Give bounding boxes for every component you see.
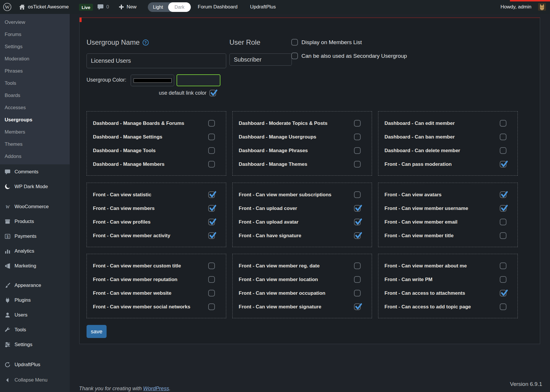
permission-checkbox[interactable]	[208, 290, 215, 296]
home-icon	[19, 3, 26, 10]
permission-checkbox[interactable]	[354, 262, 361, 269]
permission-label: Dashboard - Can ban member	[384, 134, 455, 140]
permission-checkbox[interactable]	[208, 191, 215, 198]
permission-checkbox[interactable]	[208, 232, 215, 239]
sidebar-item-forums[interactable]: Forums	[0, 28, 70, 41]
sidebar-item-tools[interactable]: Tools	[0, 77, 70, 89]
sidebar-item-label: WP Dark Mode	[15, 184, 48, 190]
light-dark-toggle[interactable]: Light Dark	[148, 2, 191, 12]
usergroup-name-input[interactable]	[87, 53, 226, 68]
sidebar-item-woocommerce[interactable]: W WooCommerce	[0, 199, 70, 214]
permission-checkbox[interactable]	[500, 262, 506, 269]
site-name-link[interactable]: osTicket Awesome	[19, 0, 69, 14]
permission-checkbox[interactable]	[354, 303, 361, 310]
sidebar-item-plugins[interactable]: Plugins	[0, 293, 70, 308]
permission-checkbox[interactable]	[500, 290, 506, 296]
permission-checkbox[interactable]	[354, 120, 361, 127]
usergroup-color-picker-input[interactable]	[177, 74, 220, 86]
permission-checkbox[interactable]	[354, 147, 361, 154]
permission-checkbox[interactable]	[500, 134, 506, 140]
permission-checkbox[interactable]	[208, 303, 215, 310]
permission-row: Front - Can pass moderation	[384, 157, 506, 171]
admin-comments-button[interactable]: 0	[97, 0, 109, 14]
permission-checkbox[interactable]	[208, 147, 215, 154]
sidebar-item-appearance[interactable]: Appearance	[0, 278, 70, 293]
use-default-link-color-checkbox[interactable]	[209, 90, 216, 96]
permission-checkbox[interactable]	[208, 161, 215, 168]
sidebar-item-settings[interactable]: Settings	[0, 41, 70, 53]
sidebar-item-payments[interactable]: $ Payments	[0, 229, 70, 244]
permission-checkbox[interactable]	[354, 219, 361, 225]
sidebar-item-usergroups[interactable]: Usergroups	[0, 114, 70, 126]
permission-checkbox[interactable]	[500, 120, 506, 127]
permission-checkbox[interactable]	[208, 276, 215, 283]
permission-checkbox[interactable]	[208, 219, 215, 225]
user-role-input[interactable]	[229, 53, 292, 66]
permission-checkbox[interactable]	[500, 303, 506, 310]
toggle-light-label[interactable]: Light	[148, 2, 168, 12]
use-default-link-color-label: use default link color	[159, 90, 206, 96]
howdy-account-link[interactable]: Howdy, admin	[501, 0, 531, 14]
svg-text:W: W	[5, 4, 10, 10]
permission-checkbox[interactable]	[500, 276, 506, 283]
sidebar-item-tools[interactable]: Tools	[0, 322, 70, 337]
sidebar-item-collapse-menu[interactable]: Collapse Menu	[0, 373, 70, 387]
permission-checkbox[interactable]	[500, 205, 506, 212]
permission-checkbox[interactable]	[354, 232, 361, 239]
permission-checkbox[interactable]	[500, 191, 506, 198]
sidebar-item-comments[interactable]: Comments	[0, 164, 70, 179]
marketing-icon	[4, 262, 11, 269]
sidebar-item-moderation[interactable]: Moderation	[0, 53, 70, 65]
sidebar-item-addons[interactable]: Addons	[0, 150, 70, 163]
user-avatar[interactable]	[538, 3, 546, 11]
payments-icon: $	[4, 233, 11, 240]
toggle-dark-label[interactable]: Dark	[168, 2, 191, 12]
sidebar-item-analytics[interactable]: Analytics	[0, 244, 70, 258]
permission-row: Front - Can view member reg. date	[239, 259, 361, 273]
permission-checkbox[interactable]	[208, 205, 215, 212]
content-area: Usergroup Name? User Role Display on Mem…	[70, 14, 550, 392]
sidebar-item-wp-dark-mode[interactable]: WP Dark Mode	[0, 179, 70, 194]
permission-checkbox[interactable]	[354, 276, 361, 283]
permission-checkbox[interactable]	[208, 120, 215, 127]
sidebar-item-overview[interactable]: Overview	[0, 16, 70, 28]
new-button[interactable]: New	[118, 0, 136, 14]
wordpress-link[interactable]: WordPress	[143, 386, 169, 391]
secondary-usergroup-checkbox[interactable]	[291, 53, 298, 59]
permission-checkbox[interactable]	[208, 134, 215, 140]
sidebar-item-updraftplus[interactable]: UpdraftPlus	[0, 357, 70, 372]
sidebar-item-members[interactable]: Members	[0, 126, 70, 138]
forum-dashboard-link[interactable]: Forum Dashboard	[198, 0, 238, 14]
usergroup-color-label: Usergroup Color:	[87, 77, 126, 83]
sidebar-item-accesses[interactable]: Accesses	[0, 102, 70, 114]
permission-checkbox[interactable]	[354, 205, 361, 212]
permission-checkbox[interactable]	[354, 290, 361, 296]
permission-label: Dashboard - Manage Members	[93, 161, 165, 167]
display-on-members-checkbox[interactable]	[291, 39, 298, 46]
sidebar-item-settings[interactable]: Settings	[0, 337, 70, 352]
sidebar-item-products[interactable]: Products	[0, 214, 70, 229]
updraftplus-link[interactable]: UpdraftPlus	[250, 0, 276, 14]
wordpress-logo-icon[interactable]: W	[3, 0, 12, 14]
sidebar-item-boards[interactable]: Boards	[0, 89, 70, 102]
permission-checkbox[interactable]	[500, 219, 506, 225]
permission-checkbox[interactable]	[500, 161, 506, 168]
permission-checkbox[interactable]	[500, 232, 506, 239]
permission-checkbox[interactable]	[354, 191, 361, 198]
sidebar-item-users[interactable]: Users	[0, 308, 70, 322]
permission-checkbox[interactable]	[500, 147, 506, 154]
help-icon[interactable]: ?	[143, 39, 149, 46]
permission-checkbox[interactable]	[354, 134, 361, 140]
permission-row: Dashboard - Can edit member	[384, 116, 506, 130]
permission-row: Front - Can view statistic	[93, 188, 215, 202]
sidebar-item-phrases[interactable]: Phrases	[0, 65, 70, 77]
permission-checkbox[interactable]	[208, 262, 215, 269]
permission-row: Front - Can access to add topic page	[384, 300, 506, 314]
sidebar-item-themes[interactable]: Themes	[0, 138, 70, 150]
save-button[interactable]: save	[87, 325, 107, 338]
sidebar-item-marketing[interactable]: Marketing	[0, 258, 70, 273]
permission-checkbox[interactable]	[354, 161, 361, 168]
permission-row: Dashboard - Manage Usergroups	[239, 130, 361, 144]
sidebar-item-label: Products	[15, 219, 34, 224]
usergroup-color-swatch-input[interactable]	[131, 75, 174, 86]
